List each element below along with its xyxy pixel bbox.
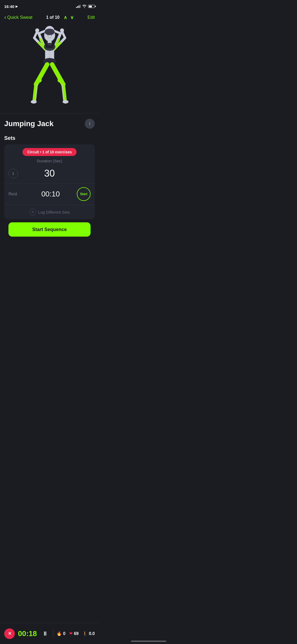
svg-line-11 [34, 31, 37, 38]
exercise-title-section: Jumping Jack i [0, 113, 99, 133]
sets-title: Sets [4, 135, 95, 141]
rest-time: 00:10 [27, 190, 74, 198]
exercise-image [0, 23, 99, 113]
info-button[interactable]: i [85, 119, 95, 129]
back-chevron-icon: ‹ [4, 15, 6, 20]
duration-header: Duration (Sec) [4, 159, 95, 165]
back-label: Quick Sweat [7, 15, 32, 20]
svg-point-16 [60, 28, 64, 32]
start-sequence-button[interactable]: Start Sequence [8, 222, 91, 237]
status-time: 16:40 [4, 4, 14, 9]
location-icon: ▶ [16, 4, 18, 8]
svg-point-38 [45, 29, 55, 35]
set-duration: 30 [21, 168, 78, 179]
svg-point-25 [58, 78, 63, 83]
log-different-section[interactable]: ✎ Log Different Sets [4, 205, 95, 219]
content-area: Jumping Jack i Sets Circuit • 1 of 10 ex… [0, 23, 99, 263]
sets-section: Sets Circuit • 1 of 10 exercises Duratio… [0, 133, 99, 237]
circuit-badge: Circuit • 1 of 10 exercises [22, 148, 77, 156]
rest-row: Rest 00:10 Start [4, 183, 95, 205]
rest-label: Rest [8, 192, 24, 196]
svg-point-28 [62, 100, 68, 103]
log-edit-icon: ✎ [29, 209, 36, 215]
set-number: 1 [8, 169, 18, 178]
sets-card: Circuit • 1 of 10 exercises Duration (Se… [4, 144, 95, 219]
nav-center: 1 of 10 ∧ ∨ [46, 15, 74, 20]
battery-icon [88, 5, 95, 8]
svg-point-39 [47, 35, 49, 36]
wifi-icon [82, 5, 87, 8]
nav-down-arrow[interactable]: ∨ [70, 15, 74, 20]
log-label: Log Different Sets [38, 210, 70, 214]
back-button[interactable]: ‹ Quick Sweat [4, 15, 32, 20]
svg-point-23 [31, 100, 37, 103]
svg-line-15 [62, 31, 65, 38]
edit-button[interactable]: Edit [87, 15, 95, 20]
svg-point-20 [37, 78, 42, 83]
circuit-badge-row: Circuit • 1 of 10 exercises [4, 144, 95, 159]
nav-position: 1 of 10 [46, 15, 60, 20]
nav-bar: ‹ Quick Sweat 1 of 10 ∧ ∨ Edit [0, 12, 99, 23]
status-right [76, 5, 95, 8]
start-rest-button[interactable]: Start [77, 187, 91, 201]
nav-arrows: ∧ ∨ [64, 15, 74, 20]
status-bar: 16:40 ▶ [0, 0, 99, 12]
exercise-figure [23, 26, 76, 111]
svg-point-40 [51, 35, 52, 36]
svg-point-36 [44, 43, 55, 51]
signal-icon [76, 5, 81, 8]
nav-up-arrow[interactable]: ∧ [64, 15, 67, 20]
exercise-name: Jumping Jack [4, 119, 54, 128]
svg-point-12 [35, 28, 39, 32]
set-row: 1 30 [4, 165, 95, 183]
